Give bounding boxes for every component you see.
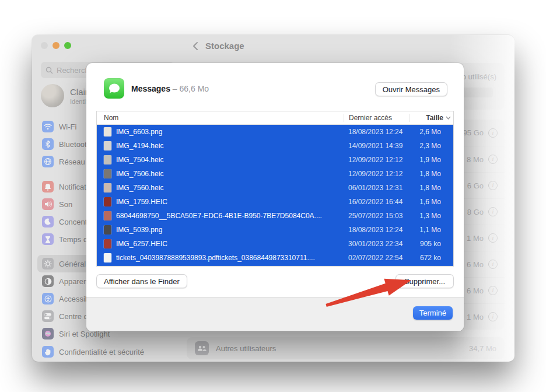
file-thumbnail bbox=[104, 225, 111, 235]
messages-app-icon bbox=[104, 78, 124, 99]
file-accessed: 18/08/2023 12:24 bbox=[344, 128, 409, 136]
file-name: IMG_6257.HEIC bbox=[116, 240, 167, 248]
file-accessed: 30/01/2023 22:34 bbox=[344, 240, 409, 248]
file-size: 905 ko bbox=[409, 240, 453, 248]
avatar bbox=[41, 84, 64, 107]
table-header: Nom Dernier accès Taille bbox=[97, 111, 453, 125]
globe-icon bbox=[42, 156, 54, 167]
file-name: IMG_7504.heic bbox=[116, 156, 163, 164]
table-row[interactable]: IMG_1759.HEIC16/02/2022 16:441,6 Mo bbox=[97, 195, 453, 209]
table-row[interactable]: IMG_7560.heic06/01/2023 12:311,8 Mo bbox=[97, 181, 453, 195]
users-icon bbox=[195, 341, 209, 355]
siri-icon bbox=[42, 328, 54, 340]
file-size: 1,6 Mo bbox=[409, 198, 453, 206]
search-icon bbox=[46, 66, 53, 74]
file-thumbnail bbox=[104, 183, 111, 192]
messages-storage-sheet: Messages – 66,6 Mo Ouvrir Messages Nom D… bbox=[86, 63, 464, 331]
accessibility-icon bbox=[42, 293, 54, 304]
file-accessed: 12/09/2022 12:12 bbox=[344, 156, 409, 164]
file-thumbnail bbox=[104, 211, 111, 220]
file-name: IMG_7560.heic bbox=[116, 184, 163, 192]
column-header-dernier-acces[interactable]: Dernier accès bbox=[344, 114, 409, 122]
appearance-icon bbox=[42, 275, 54, 287]
table-row-partial[interactable] bbox=[97, 265, 453, 267]
file-accessed: 18/08/2023 12:24 bbox=[344, 226, 409, 234]
toggles-icon bbox=[42, 310, 54, 322]
file-accessed: 06/01/2023 12:31 bbox=[344, 184, 409, 192]
file-name: IMG_4194.heic bbox=[116, 142, 163, 150]
page-title: Stockage bbox=[205, 41, 244, 51]
sheet-app-name: Messages bbox=[131, 84, 170, 93]
sheet-footer: Terminé bbox=[86, 297, 464, 331]
table-row[interactable]: IMG_5039.png18/08/2023 12:241,1 Mo bbox=[97, 223, 453, 237]
moon-icon bbox=[42, 216, 54, 228]
hourglass-icon bbox=[42, 233, 54, 245]
sidebar-item-label: Général bbox=[59, 260, 86, 268]
wifi-icon bbox=[42, 121, 54, 132]
show-in-finder-button[interactable]: Afficher dans le Finder bbox=[96, 274, 187, 288]
sort-chevron-down-icon bbox=[446, 116, 451, 120]
file-accessed: 16/02/2022 16:44 bbox=[344, 198, 409, 206]
file-name: IMG_1759.HEIC bbox=[116, 198, 167, 206]
file-size: 2,3 Mo bbox=[409, 142, 453, 150]
file-name: IMG_5039.png bbox=[116, 226, 162, 234]
sheet-title: Messages – 66,6 Mo bbox=[131, 84, 209, 93]
file-thumbnail bbox=[104, 169, 111, 178]
bell-icon bbox=[42, 181, 54, 192]
files-table: Nom Dernier accès Taille IMG_6603.png18/… bbox=[96, 111, 454, 267]
file-thumbnail bbox=[104, 127, 111, 136]
file-accessed: 14/09/2021 14:39 bbox=[344, 142, 409, 150]
file-size: 2,6 Mo bbox=[409, 128, 453, 136]
sheet-app-size: – 66,6 Mo bbox=[173, 84, 209, 93]
file-thumbnail bbox=[104, 239, 111, 249]
file-thumbnail bbox=[104, 141, 111, 150]
back-chevron-icon[interactable] bbox=[192, 41, 198, 51]
file-size: 1,1 Mo bbox=[409, 226, 453, 234]
column-header-taille[interactable]: Taille bbox=[409, 114, 453, 122]
screenshot-stage: Recherche Claire Identifiant Apple Wi-Fi bbox=[0, 0, 546, 392]
sidebar-item-label: Confidentialité et sécurité bbox=[59, 348, 144, 356]
delete-button[interactable]: Supprimer... bbox=[396, 274, 454, 288]
table-row[interactable]: IMG_6603.png18/08/2023 12:242,6 Mo bbox=[97, 125, 453, 139]
table-row[interactable]: 68044698750__5BCA50E7-EDC6-4B1E-B950-7BE… bbox=[97, 209, 453, 223]
table-row[interactable]: tickets_04039878889539893.pdftickets_038… bbox=[97, 251, 453, 265]
bluetooth-icon bbox=[42, 138, 54, 150]
file-size: 672 ko bbox=[409, 254, 453, 262]
file-name: IMG_7506.heic bbox=[116, 170, 163, 178]
table-row[interactable]: IMG_7506.heic12/09/2022 12:121,8 Mo bbox=[97, 167, 453, 181]
file-name: IMG_6603.png bbox=[116, 128, 162, 136]
file-accessed: 12/09/2022 12:12 bbox=[344, 170, 409, 178]
sidebar-item-label: Son bbox=[59, 200, 72, 209]
file-size: 1,3 Mo bbox=[409, 212, 453, 220]
table-row[interactable]: IMG_6257.HEIC30/01/2023 22:34905 ko bbox=[97, 237, 453, 251]
column-header-nom[interactable]: Nom bbox=[97, 114, 344, 122]
file-name: 68044698750__5BCA50E7-EDC6-4B1E-B950-7BE… bbox=[116, 212, 322, 220]
table-row[interactable]: IMG_7504.heic12/09/2022 12:121,9 Mo bbox=[97, 153, 453, 167]
file-size: 1,8 Mo bbox=[409, 170, 453, 178]
hand-icon bbox=[42, 346, 54, 358]
file-size: 1,9 Mo bbox=[409, 156, 453, 164]
sidebar-item-label: Réseau bbox=[59, 158, 85, 166]
gear-icon bbox=[42, 258, 54, 270]
other-users-label: Autres utilisateurs bbox=[216, 344, 276, 353]
sidebar-item-confidentialite[interactable]: Confidentialité et sécurité bbox=[37, 343, 208, 360]
speaker-icon bbox=[42, 198, 54, 210]
file-thumbnail bbox=[104, 155, 111, 164]
sidebar-item-label: Wi-Fi bbox=[59, 123, 76, 131]
open-messages-button[interactable]: Ouvrir Messages bbox=[375, 82, 447, 96]
file-name: tickets_04039878889539893.pdftickets_038… bbox=[116, 254, 315, 262]
file-accessed: 25/07/2022 15:03 bbox=[344, 212, 409, 220]
table-row[interactable]: IMG_4194.heic14/09/2021 14:392,3 Mo bbox=[97, 139, 453, 153]
file-thumbnail bbox=[104, 197, 111, 206]
file-size: 1,8 Mo bbox=[409, 184, 453, 192]
file-accessed: 02/07/2022 22:54 bbox=[344, 254, 409, 262]
done-button[interactable]: Terminé bbox=[413, 306, 453, 320]
file-thumbnail bbox=[104, 253, 111, 262]
